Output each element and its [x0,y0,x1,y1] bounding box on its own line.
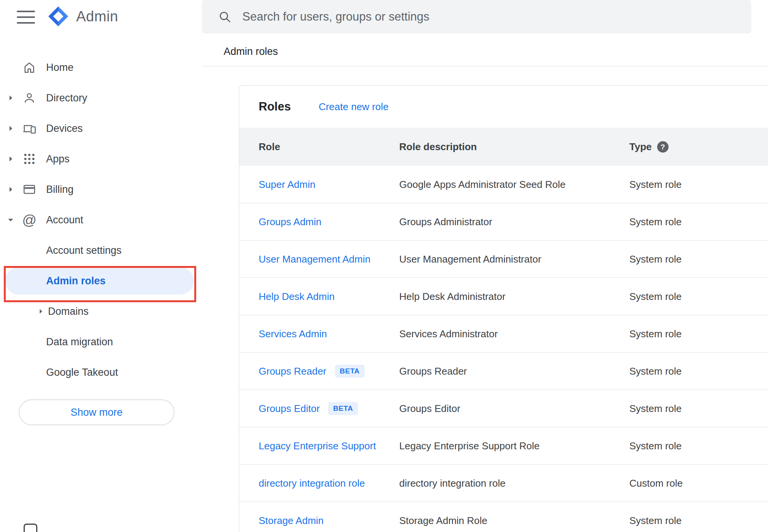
table-row: Groups ReaderBETA Groups Reader System r… [239,353,768,390]
role-link[interactable]: Legacy Enterprise Support [259,440,376,451]
main-content: Admin roles Roles Create new role Role R… [202,0,768,532]
sidebar-item-home[interactable]: Home [0,52,202,83]
card-header: Roles Create new role [239,86,768,128]
hamburger-menu-button[interactable] [17,11,35,24]
table-row: Super Admin Google Apps Administrator Se… [239,166,768,203]
create-new-role-link[interactable]: Create new role [318,101,389,113]
table-row: User Management Admin User Management Ad… [239,240,768,278]
role-description: Google Apps Administrator Seed Role [399,178,565,190]
search-input[interactable] [242,10,718,24]
role-link[interactable]: Services Admin [259,328,327,339]
role-type: System role [629,402,682,414]
chevron-right-icon [5,123,16,134]
sidebar-item-devices[interactable]: Devices [0,113,202,144]
billing-icon [22,182,37,197]
partial-icon-button[interactable] [24,524,37,532]
roles-card: Roles Create new role Role Role descript… [239,85,768,532]
sidebar-item-billing[interactable]: Billing [0,174,202,205]
roles-title: Roles [259,100,291,114]
column-header-type-label: Type [629,141,652,153]
sidebar-item-label: Google Takeout [46,367,118,378]
role-type: System role [629,253,682,265]
show-more-button[interactable]: Show more [19,399,174,425]
role-description: User Management Administrator [399,253,541,265]
sidebar-item-admin-roles[interactable]: Admin roles [0,266,202,296]
sidebar-item-apps[interactable]: Apps [0,144,202,174]
chevron-right-icon [5,154,16,164]
role-link[interactable]: Groups Editor [259,403,320,414]
column-header-role: Role [259,141,280,153]
help-icon[interactable]: ? [657,141,669,152]
role-link[interactable]: Groups Reader [259,365,326,377]
sidebar-item-account-settings[interactable]: Account settings [0,235,202,266]
sidebar-item-directory[interactable]: Directory [0,83,202,113]
table-row: Legacy Enterprise Support Legacy Enterpr… [239,427,768,465]
role-type: System role [629,216,682,228]
table-row: directory integration role directory int… [239,465,768,502]
role-link[interactable]: Storage Admin [259,514,324,526]
sidebar-item-google-takeout[interactable]: Google Takeout [0,357,202,388]
role-type: System role [629,328,682,340]
sidebar-item-label: Billing [46,184,74,195]
role-link[interactable]: Groups Admin [259,216,322,227]
roles-table-body: Super Admin Google Apps Administrator Se… [239,166,768,532]
role-type: System role [629,365,682,377]
at-icon: @ [22,213,37,227]
role-type: System role [629,440,682,452]
role-type: System role [629,514,682,526]
role-link[interactable]: Super Admin [259,178,315,190]
role-description: directory integration role [399,477,506,489]
chevron-right-icon [5,93,16,103]
home-icon [22,60,37,75]
role-type: System role [629,178,682,190]
role-link[interactable]: directory integration role [259,477,365,489]
sidebar-item-label: Data migration [46,336,113,348]
sidebar-item-label: Apps [46,153,70,165]
person-icon [22,91,37,105]
table-row: Groups EditorBETA Groups Editor System r… [239,390,768,427]
app-name: Admin [76,8,118,25]
chevron-down-icon [5,215,16,225]
table-row: Storage Admin Storage Admin Role System … [239,502,768,532]
table-row: Groups Admin Groups Administrator System… [239,203,768,240]
role-link[interactable]: Help Desk Admin [259,290,334,302]
role-description: Groups Editor [399,402,460,414]
role-type: Custom role [629,477,683,489]
table-row: Help Desk Admin Help Desk Administrator … [239,278,768,315]
admin-logo-icon [47,5,69,27]
role-link[interactable]: User Management Admin [259,253,370,264]
sidebar-item-domains[interactable]: Domains [0,296,202,327]
table-row: Services Admin Services Administrator Sy… [239,315,768,353]
admin-logo[interactable]: Admin [47,5,118,28]
column-header-type: Type ? [629,141,669,153]
role-description: Storage Admin Role [399,514,487,526]
sidebar-item-label: Home [46,62,74,74]
beta-badge: BETA [335,365,365,378]
role-description: Groups Administrator [399,216,492,228]
role-type: System role [629,290,682,302]
beta-badge: BETA [328,402,358,415]
role-description: Services Administrator [399,328,498,340]
apps-grid-icon [22,152,37,166]
column-header-description: Role description [399,141,477,153]
search-icon [218,10,232,24]
sidebar-item-label: Account settings [46,245,122,256]
chevron-right-icon [36,306,46,316]
sidebar-item-label: Directory [46,92,87,104]
sidebar-item-account[interactable]: @ Account [0,205,202,235]
sidebar-item-data-migration[interactable]: Data migration [0,327,202,357]
sidebar-nav: Home Directory Devices [0,52,202,388]
role-description: Help Desk Administrator [399,290,506,302]
sidebar: Admin Home Directory Devices [0,0,202,532]
chevron-right-icon [5,184,16,195]
divider [202,66,768,66]
devices-icon [22,121,37,136]
sidebar-item-label: Domains [48,306,89,317]
table-header-row: Role Role description Type ? [239,128,768,166]
sidebar-item-label: Admin roles [46,275,106,287]
sidebar-item-label: Account [46,214,83,226]
search-bar [202,0,751,34]
breadcrumb: Admin roles [224,46,278,58]
sidebar-item-label: Devices [46,123,83,135]
role-description: Groups Reader [399,365,467,377]
